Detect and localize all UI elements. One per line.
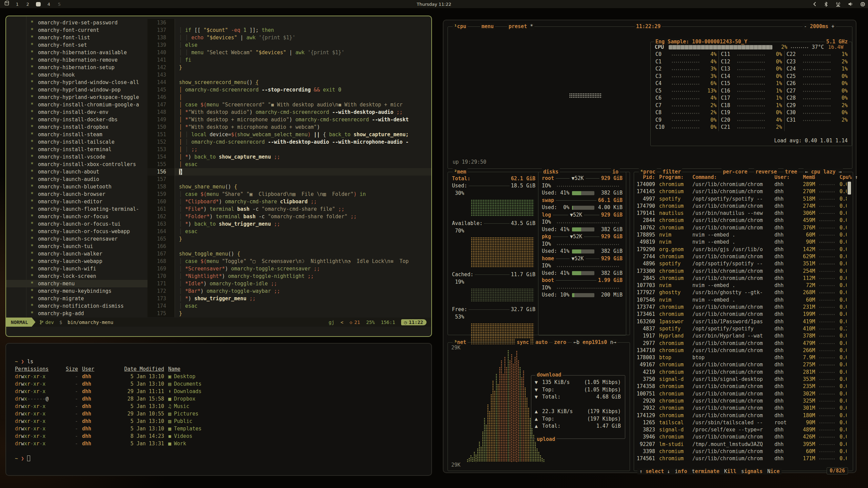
net-auto-button[interactable]: auto — [534, 339, 549, 346]
file-item[interactable]: *omarchy-hibernation-setup — [6, 64, 147, 71]
file-item[interactable]: *omarchy-launch-editor — [6, 198, 147, 205]
code-line[interactable]: 164 │ esac — [147, 228, 431, 235]
update-interval[interactable]: - 2000ms + — [803, 23, 836, 30]
code-line[interactable]: 142 } — [147, 64, 431, 71]
file-item[interactable]: *omarchy-launch-walker — [6, 250, 147, 258]
proc-row[interactable]: 2744chromium/usr/lib/chromium/chromdhh62… — [635, 253, 847, 260]
file-item[interactable]: *omarchy-hyprland-window-pop — [6, 86, 147, 94]
file-item[interactable]: *omarchy-hyprland-workspace-toggle — [6, 94, 147, 101]
code-line[interactable]: 166 — [147, 243, 431, 250]
code-line[interactable]: 169 │ *Screensaver*) omarchy-toggle-scre… — [147, 265, 431, 272]
proc-row[interactable]: 174561chromium/usr/lib/chromium/chromdhh… — [635, 455, 847, 462]
proc-row[interactable]: 49167chromium/usr/lib/chromium/chromdhh2… — [635, 361, 847, 368]
proc-percore-button[interactable]: per-core — [722, 168, 749, 175]
proc-row[interactable]: 10762chromium/usr/lib/chromium/chromdhh3… — [635, 224, 847, 231]
proc-row[interactable]: 173300chromium/usr/lib/chromium/chromdhh… — [635, 268, 847, 275]
code-line[interactable]: 144 show_screenrecord_menu() { — [147, 79, 431, 86]
proc-terminate-button[interactable]: terminate — [692, 468, 719, 474]
proc-row[interactable]: 174358chromium/usr/lib/chromium/chromdhh… — [635, 383, 847, 390]
proc-signals-button[interactable]: signals — [741, 468, 763, 474]
proc-row[interactable]: 178003btopbtopdhh7.9M0.0 — [635, 354, 847, 361]
chevron-left-icon[interactable] — [812, 2, 817, 6]
file-item[interactable]: *omarchy-launch-or-focus-webapp — [6, 228, 147, 235]
proc-row[interactable]: 92207lm-studi/tmp/.mount_lmstudw3AZQdhh3… — [635, 441, 847, 448]
clock[interactable]: Thursday 11:22 — [417, 2, 451, 7]
proc-row[interactable]: 2845chromium/usr/lib/chromium/chromdhh11… — [635, 275, 847, 282]
code-line[interactable]: 136 — [147, 19, 431, 26]
terminal-window[interactable]: ~ ❯ lsPermissionsSizeUserDate ModifiedNa… — [5, 343, 432, 476]
code-line[interactable]: 147 │ case $(menu "Screenrecord" "◼ With… — [147, 101, 431, 108]
file-item[interactable]: *omarchy-launch-webapp — [6, 258, 147, 265]
proc-row[interactable]: 174145chromium/usr/lib/chromium/chromdhh… — [635, 188, 847, 195]
menu-button[interactable]: menu — [480, 23, 495, 30]
proc-row[interactable]: 2977chromium/usr/lib/chromium/chromdhh47… — [635, 340, 847, 347]
code-line[interactable]: 146 │ — [147, 94, 431, 101]
code-line[interactable]: 139 │ else — [147, 41, 431, 49]
file-item[interactable]: *omarchy-install-xbox-controllers — [6, 161, 147, 168]
proc-row[interactable]: 107546nvimnvim --embed .dhh60M0.0 — [635, 297, 847, 304]
proc-info-button[interactable]: info — [675, 468, 687, 474]
proc-row[interactable]: 174009chromium/usr/lib/chromium/chromdhh… — [635, 181, 847, 188]
code-line[interactable]: 151 │ │ local device=$(show_webcam_selec… — [147, 131, 431, 138]
terminal-prompt[interactable]: ~ ❯ ls — [15, 358, 431, 365]
code-line[interactable]: 168 │ case $(menu "Toggle" "▢ Screensave… — [147, 258, 431, 265]
omarchy-logo-icon[interactable] — [4, 1, 10, 7]
code-line[interactable]: 155 │ esac — [147, 161, 431, 168]
proc-row[interactable]: 1265tailscal/usr/sbin/tailscaled --root9… — [635, 419, 847, 426]
code-line[interactable]: 149 │ *"With desktop + microphone audio"… — [147, 116, 431, 123]
file-item[interactable]: *omarchy-install-dropbox — [6, 123, 147, 131]
code-line[interactable]: 140 │ │ menu "Select Webcam" "$devices" … — [147, 49, 431, 56]
proc-row[interactable]: 2920chromium/usr/lib/chromium/chromdhh32… — [635, 398, 847, 405]
proc-row[interactable]: 4219chromium/usr/lib/chromium/chromdhh28… — [635, 369, 847, 376]
file-item[interactable]: *omarchy-launch-floating-terminal- — [6, 205, 147, 213]
file-item[interactable]: *omarchy-launch-or-focus — [6, 213, 147, 220]
terminal-prompt[interactable]: ~ ❯ — [15, 455, 431, 462]
code-line[interactable]: 143 — [147, 71, 431, 79]
file-item[interactable]: *omarchy-hook — [6, 71, 147, 79]
proc-row[interactable]: 107703nvimnvim --embed .dhh72M0.0 — [635, 282, 847, 289]
file-item[interactable]: *omarchy-hibernation-available — [6, 49, 147, 56]
code-line[interactable]: 153 │ │ ;; — [147, 146, 431, 153]
code-line[interactable]: 150 │ *"With desktop + microphone audio … — [147, 123, 431, 131]
file-item[interactable]: *omarchy-hyprland-window-close-all — [6, 79, 147, 86]
file-item[interactable]: *omarchy-hibernation-remove — [6, 56, 147, 64]
proc-row[interactable]: 2844chromium/usr/lib/chromium/chromdhh45… — [635, 217, 847, 224]
file-item[interactable]: *omarchy-install-docker-dbs — [6, 116, 147, 123]
workspace-3-active[interactable] — [36, 2, 41, 6]
code-line[interactable]: 141 │ fi — [147, 56, 431, 64]
file-item[interactable]: *omarchy-install-terminal — [6, 146, 147, 153]
proc-row[interactable]: 134710chromium/usr/lib/chromium/chromdhh… — [635, 347, 847, 354]
net-zero-button[interactable]: zero — [553, 339, 568, 346]
proc-row[interactable]: 4896spotify/opt/spotify/spotify --dhh351… — [635, 260, 847, 267]
proc-row[interactable]: 49819nvimnvim --embed .dhh90M0.0 — [635, 239, 847, 246]
file-item[interactable]: *omarchy-font-set — [6, 41, 147, 49]
code-line[interactable]: 148 │ *"With desktop audio") omarchy-cmd… — [147, 108, 431, 116]
proc-row[interactable]: 178895nvimnvim --embed .dhh60M0.0 — [635, 231, 847, 239]
file-item[interactable]: *omarchy-launch-wifi — [6, 265, 147, 272]
code-line[interactable]: 156 } — [147, 168, 431, 176]
code-line[interactable]: 158 show_share_menu() { — [147, 183, 431, 190]
proc-sort-switch[interactable]: ← cpu lazy → — [804, 168, 843, 175]
file-item[interactable]: *omarchy-install-vscode — [6, 153, 147, 161]
disks-title[interactable]: disks — [542, 168, 560, 175]
code-line[interactable]: 173 │ *) show_trigger_menu ;; — [147, 295, 431, 302]
file-item[interactable]: *omarchy-launch-or-focus-tui — [6, 220, 147, 228]
net-sync-button[interactable]: sync — [515, 339, 530, 346]
file-item[interactable]: *omarchy-menu — [6, 280, 147, 287]
file-item[interactable]: *omarchy-install-chromium-google-a — [6, 101, 147, 108]
volume-icon[interactable] — [848, 2, 853, 6]
proc-scrollbar[interactable] — [848, 182, 851, 195]
proc-nice-button[interactable]: Nice — [767, 468, 780, 474]
code-line[interactable]: 175 } — [147, 310, 431, 317]
code-line[interactable]: 163 │ *) back_to show_trigger_menu ;; — [147, 220, 431, 228]
file-item[interactable]: *omarchy-launch-about — [6, 168, 147, 176]
proc-row[interactable]: 4997spotify/opt/spotify/spotify --dhh518… — [635, 196, 847, 203]
workspace-5[interactable]: 5 — [57, 2, 62, 7]
file-item[interactable]: *omarchy-install-tailscale — [6, 138, 147, 146]
file-item[interactable]: *omarchy-menu-keybindings — [6, 287, 147, 295]
code-line[interactable]: 162 │ *Folder*) terminal bash -c "omarch… — [147, 213, 431, 220]
net-interface-switch[interactable]: ←b enp191s0 n→ — [572, 339, 617, 346]
file-item[interactable]: *omarchy-notification-dismiss — [6, 302, 147, 310]
proc-row[interactable]: 179290org.gnom/usr/bin/gjs /usr/lib/odhh… — [635, 246, 847, 253]
io-toggle[interactable]: io — [611, 168, 620, 175]
